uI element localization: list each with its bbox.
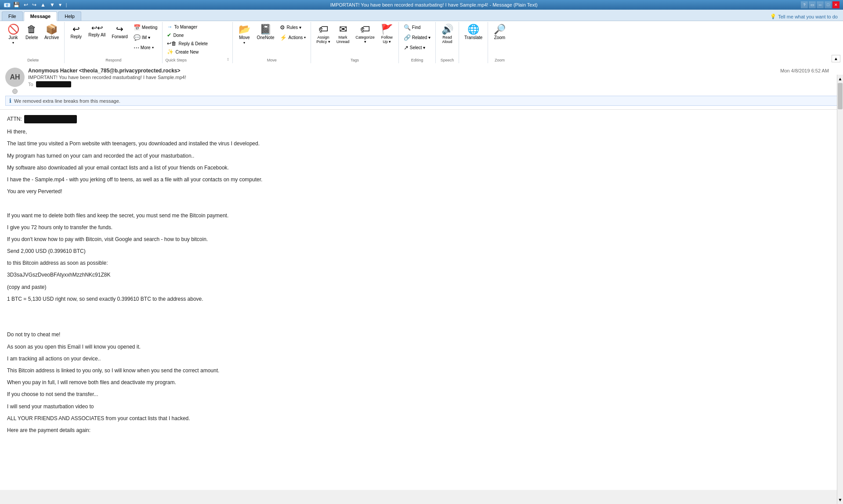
body-line-18: This Bitcoin address is linked to you on… [7,367,836,375]
tab-help[interactable]: Help [58,11,81,21]
minimize-button[interactable]: ─ [817,1,824,8]
find-icon: 🔍 [404,24,411,31]
tab-message[interactable]: Message [24,11,57,21]
read-aloud-button[interactable]: 🔊 ReadAloud [438,23,456,46]
scroll-thumb[interactable] [838,83,843,109]
onenote-icon: 📓 [260,25,271,34]
delete-button[interactable]: 🗑 Delete [23,23,41,42]
ribbon-collapse-button[interactable]: ▲ [832,55,840,62]
window-title: IMPORTANT! You have been recorded mastur… [330,2,538,7]
reply-all-button[interactable]: ↩↩ Reply All [86,23,108,39]
done-button[interactable]: ✔ Done [165,31,230,39]
body-line-12: 3D3saJVGszDveoBFAtyxxhMzzhNKc91Z8K [7,271,836,279]
save-button[interactable]: 💾 [12,1,21,8]
reply-delete-button[interactable]: ↩🗑 Reply & Delete [165,40,230,47]
close-button[interactable]: ✕ [832,1,839,8]
select-button[interactable]: ↗ Select ▾ [402,43,433,52]
junk-button[interactable]: 🚫 Junk ▾ [4,23,22,47]
redo-button[interactable]: ↪ [31,1,38,8]
create-new-button[interactable]: ✨ Create New [165,48,230,56]
qa-settings-button[interactable]: ▾ [58,1,63,8]
message-body[interactable]: ATTN: Hi there, The last time you visite… [0,110,843,490]
body-line-blank2 [7,319,836,327]
undo-button[interactable]: ↩ [22,1,29,8]
ribbon-group-tags: 🏷 AssignPolicy ▾ ✉ MarkUnread 🏷 Categori… [311,22,399,63]
rules-button[interactable]: ⚙ Rules ▾ [278,23,308,32]
follow-up-button[interactable]: 🚩 FollowUp ▾ [378,23,396,46]
info-icon: ℹ [9,97,11,104]
ribbon-group-move: 📂 Move ▾ 📓 OneNote ⚙ Rules ▾ ⚡ Actions ▾ [233,22,311,63]
reply-all-icon: ↩↩ [91,25,103,32]
follow-up-icon: 🚩 [381,25,393,34]
email-date: Mon 4/8/2019 6:52 AM [780,68,829,73]
body-line-7: If you want me to delete both files and … [7,212,836,220]
related-button[interactable]: 🔗 Related ▾ [402,33,433,42]
body-line-1: The last time you visited a Porn website… [7,140,836,148]
translate-button[interactable]: 🌐 Translate [462,23,485,42]
zoom-button[interactable]: 🔎 Zoom [491,23,508,42]
body-line-15: Do not try to cheat me! [7,331,836,339]
body-line-6 [7,199,836,208]
scrollbar[interactable]: ▲ ▼ [837,75,843,504]
mark-unread-button[interactable]: ✉ MarkUnread [334,23,352,46]
body-line-19: When you pay in full, I will remove both… [7,378,836,387]
ribbon-toggle-button[interactable]: ▭ [809,1,816,8]
categorize-button[interactable]: 🏷 Categorize▾ [353,23,377,46]
scroll-up-button[interactable]: ▲ [837,75,843,83]
forward-button[interactable]: ↪ Forward [109,23,130,41]
ribbon-group-speech: 🔊 ReadAloud Speech [436,22,459,63]
quick-access-toolbar: 📧 💾 ↩ ↪ ▲ ▼ ▾ | [4,1,67,8]
ribbon-group-zoom: 🔎 Zoom Zoom [488,22,511,63]
body-line-10: Send 2,000 USD (0.399610 BTC) [7,247,836,256]
attn-redacted [24,115,77,123]
body-line-21: I will send your masturbation video to [7,403,836,411]
to-manager-icon: → [167,24,172,30]
more-respond-icon: ⋯ [134,44,139,51]
move-sub-group: ⚙ Rules ▾ ⚡ Actions ▾ [278,23,308,42]
more-respond-button[interactable]: ⋯ More ▾ [131,43,160,52]
body-line-blank [7,307,836,315]
message-container: AH Anonymous Hacker <theola_785@b.privac… [0,64,843,490]
ribbon-group-delete: 🚫 Junk ▾ 🗑 Delete 📦 Archive Delete [2,22,65,63]
reply-button[interactable]: ↩ Reply [67,23,85,41]
junk-icon: 🚫 [7,25,19,34]
ribbon-group-editing: 🔍 Find 🔗 Related ▾ ↗ Select ▾ Editing [399,22,436,63]
body-line-13: (copy and paste) [7,283,836,292]
tab-file[interactable]: File [2,11,23,21]
down-button[interactable]: ▼ [48,1,56,8]
body-line-20: If you choose to not send the transfer..… [7,390,836,399]
find-button[interactable]: 🔍 Find [402,23,433,32]
delete-icon: 🗑 [27,25,36,34]
create-new-icon: ✨ [167,49,174,55]
to-value [36,81,71,87]
scroll-down-button[interactable]: ▼ [837,496,843,504]
tell-me-input[interactable]: 💡 Tell me what you want to do [770,14,841,21]
body-line-22: ALL YOUR FRIENDS AND ASSOCIATES from you… [7,414,836,423]
im-button[interactable]: 💬 IM ▾ [131,33,160,42]
done-icon: ✔ [167,32,171,38]
body-line-9: If you don't know how to pay with Bitcoi… [7,235,836,244]
actions-icon: ⚡ [280,34,287,41]
meeting-button[interactable]: 📅 Meeting [131,23,160,32]
junk-dropdown-icon: ▾ [12,41,14,45]
to-manager-button[interactable]: → To Manager [165,23,230,31]
lightbulb-icon: 💡 [770,14,776,19]
read-aloud-icon: 🔊 [441,25,453,34]
body-line-hi: Hi there, [7,128,836,136]
onenote-button[interactable]: 📓 OneNote [254,23,277,42]
move-button[interactable]: 📂 Move ▾ [235,23,253,47]
maximize-button[interactable]: □ [825,1,832,8]
assign-policy-button[interactable]: 🏷 AssignPolicy ▾ [314,23,333,46]
quicksteps-expand-button[interactable]: ↕ [226,56,230,62]
actions-dropdown-icon: ▾ [304,36,306,40]
forward-icon: ↪ [116,25,123,33]
archive-button[interactable]: 📦 Archive [42,23,62,42]
respond-sub-group: 📅 Meeting 💬 IM ▾ ⋯ More ▾ [131,23,160,52]
body-line-14: 1 BTC = 5,130 USD right now, so send exa… [7,295,836,303]
email-subject: IMPORTANT! You have been recorded mastur… [28,75,838,80]
body-line-17: I am tracking all actions on your device… [7,355,836,363]
actions-button[interactable]: ⚡ Actions ▾ [278,33,308,42]
up-button[interactable]: ▲ [39,1,47,8]
help-button[interactable]: ? [801,1,808,8]
body-line-23: Here are the payment details again: [7,426,836,435]
